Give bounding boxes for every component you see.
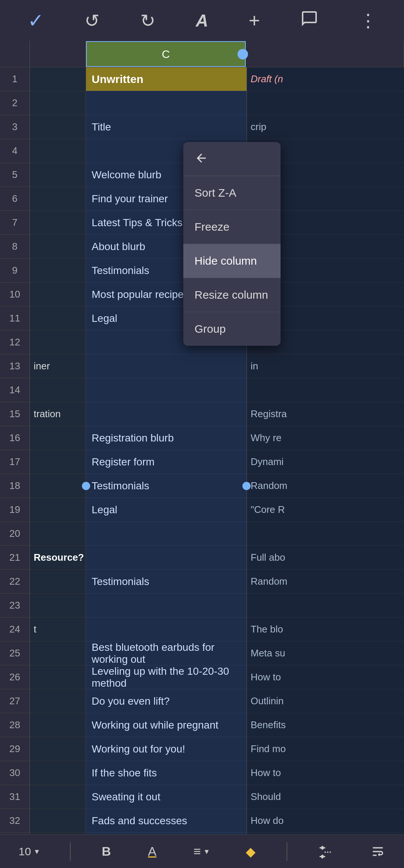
resize-column-item[interactable]: Resize column [183,278,281,312]
cell-b-13[interactable]: iner [30,354,86,378]
comment-icon[interactable] [300,10,318,31]
cell-b-21[interactable]: Resource? [30,546,86,570]
cell-b-28[interactable] [30,713,86,737]
fill-button[interactable]: ◆ [240,840,261,863]
cell-c-30[interactable]: If the shoe fits [86,761,247,785]
col-b-header[interactable] [30,41,86,67]
cell-b-1[interactable] [30,67,86,91]
bold-button[interactable]: B [96,840,117,862]
cell-c-18[interactable]: Testimonials [86,474,247,498]
cell-c-25[interactable]: Best bluetooth earbuds for working out [86,641,247,665]
cell-b-9[interactable] [30,259,86,283]
cell-d-32[interactable]: How do [247,809,404,833]
cell-b-14[interactable] [30,378,86,402]
font-size-selector[interactable]: 10 ▾ [13,841,45,862]
redo-icon[interactable]: ↻ [140,10,155,31]
cell-d-2[interactable] [247,91,404,115]
cell-c-16[interactable]: Registration blurb [86,426,247,450]
cell-b-26[interactable] [30,665,86,689]
cell-c-31[interactable]: Sweating it out [86,785,247,809]
menu-back-button[interactable] [183,142,281,176]
cell-c-24[interactable] [86,618,247,641]
cell-d-25[interactable]: Meta su [247,641,404,665]
sort-za-item[interactable]: Sort Z-A [183,176,281,210]
cell-b-11[interactable] [30,307,86,330]
cell-b-27[interactable] [30,689,86,713]
cell-d-3[interactable]: crip [247,115,404,139]
col-width-button[interactable] [312,840,339,863]
cell-b-31[interactable] [30,785,86,809]
check-icon[interactable]: ✓ [28,9,44,32]
cell-d-21[interactable]: Full abo [247,546,404,570]
cell-c-19[interactable]: Legal [86,498,247,522]
cell-d-20[interactable] [247,522,404,546]
cell-d-28[interactable]: Benefits [247,713,404,737]
freeze-item[interactable]: Freeze [183,210,281,244]
cell-b-23[interactable] [30,594,86,618]
cell-d-23[interactable] [247,594,404,618]
cell-c-15[interactable] [86,402,247,426]
align-button[interactable]: ≡ ▾ [187,840,215,862]
cell-d-26[interactable]: How to [247,665,404,689]
cell-b-20[interactable] [30,522,86,546]
hide-column-item[interactable]: Hide column [183,244,281,278]
cell-d-13[interactable]: in [247,354,404,378]
cell-c-1[interactable]: Unwritten [86,67,247,91]
cell-b-16[interactable] [30,426,86,450]
cell-b-3[interactable] [30,115,86,139]
cell-b-24[interactable]: t [30,618,86,641]
wrap-button[interactable] [364,840,391,863]
cell-b-5[interactable] [30,163,86,187]
add-icon[interactable]: + [249,9,260,32]
cell-b-6[interactable] [30,187,86,211]
cell-d-1[interactable]: Draft (n [247,67,404,91]
cell-b-29[interactable] [30,737,86,761]
cell-b-32[interactable] [30,809,86,833]
cell-b-8[interactable] [30,235,86,259]
cell-c-21[interactable] [86,546,247,570]
cell-b-25[interactable] [30,641,86,665]
cell-d-17[interactable]: Dynami [247,450,404,474]
font-format-icon[interactable]: A [196,10,208,31]
cell-d-29[interactable]: Find mo [247,737,404,761]
group-item[interactable]: Group [183,312,281,346]
cell-b-12[interactable] [30,330,86,354]
cell-b-15[interactable]: tration [30,402,86,426]
cell-b-2[interactable] [30,91,86,115]
cell-d-15[interactable]: Registra [247,402,404,426]
cell-c-22[interactable]: Testimonials [86,570,247,594]
col-resize-handle[interactable] [238,49,248,59]
cell-b-10[interactable] [30,283,86,307]
cell-b-18[interactable] [30,474,86,498]
cell-c-17[interactable]: Register form [86,450,247,474]
cell-d-30[interactable]: How to [247,761,404,785]
cell-c-13[interactable] [86,354,247,378]
cell-d-16[interactable]: Why re [247,426,404,450]
cell-c-28[interactable]: Working out while pregnant [86,713,247,737]
cell-d-19[interactable]: "Core R [247,498,404,522]
col-c-header[interactable]: C [86,41,246,67]
cell-c-14[interactable] [86,378,247,402]
cell-d-22[interactable]: Random [247,570,404,594]
col-d-header[interactable] [246,41,404,67]
cell-b-4[interactable] [30,139,86,163]
cell-b-7[interactable] [30,211,86,235]
cell-c-29[interactable]: Working out for you! [86,737,247,761]
cell-b-17[interactable] [30,450,86,474]
cell-c-26[interactable]: Leveling up with the 10-20-30 method [86,665,247,689]
cell-d-14[interactable] [247,378,404,402]
cell-d-27[interactable]: Outlinin [247,689,404,713]
cell-d-18[interactable]: Random [247,474,404,498]
cell-b-22[interactable] [30,570,86,594]
font-button[interactable]: A [142,840,163,862]
more-options-icon[interactable]: ⋮ [359,10,376,31]
cell-c-3[interactable]: Title [86,115,247,139]
cell-c-20[interactable] [86,522,247,546]
undo-icon[interactable]: ↺ [85,10,100,31]
cell-d-31[interactable]: Should [247,785,404,809]
cell-c-27[interactable]: Do you even lift? [86,689,247,713]
cell-c-32[interactable]: Fads and successes [86,809,247,833]
cell-c-2[interactable] [86,91,247,115]
cell-c-23[interactable] [86,594,247,618]
cell-b-19[interactable] [30,498,86,522]
